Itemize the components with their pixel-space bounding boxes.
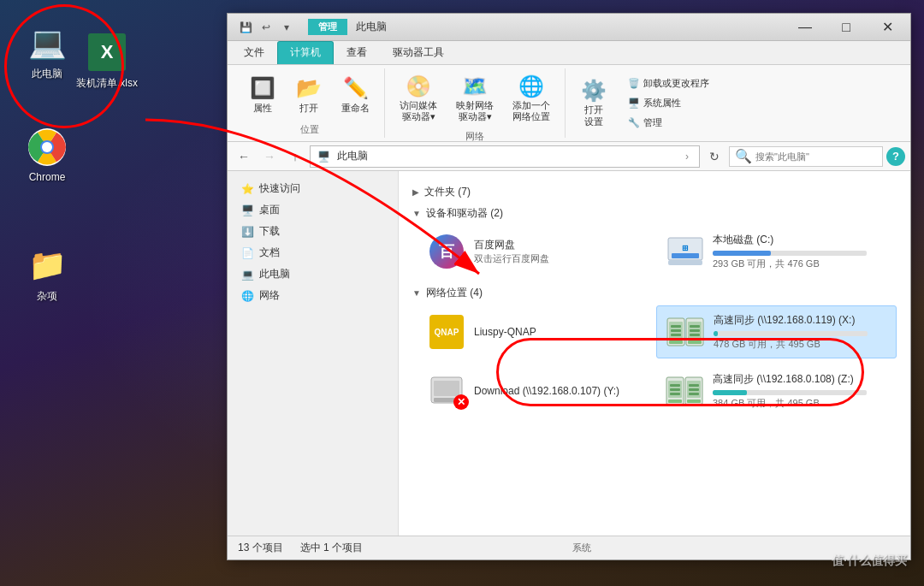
svg-rect-34: [689, 388, 699, 391]
baidu-info: 百度网盘 双击运行百度网盘: [467, 238, 549, 265]
z-drive-info: 高速同步 (\\192.168.0.108) (Z:) 384 GB 可用，共 …: [706, 372, 888, 410]
quick-access-back[interactable]: 💾: [236, 18, 255, 37]
section-files[interactable]: ▶ 文件夹 (7): [412, 185, 897, 199]
files-section-label: 文件夹 (7): [424, 185, 471, 199]
svg-rect-26: [668, 400, 682, 403]
help-button[interactable]: ?: [886, 147, 905, 166]
excel-icon: X: [86, 32, 127, 73]
svg-rect-13: [671, 329, 681, 332]
ribbon-btn-sysinfo[interactable]: 🖥️ 系统属性: [622, 94, 715, 112]
section-devices[interactable]: ▼ 设备和驱动器 (2): [412, 206, 897, 221]
docs-icon: 📄: [241, 247, 254, 259]
ribbon-btn-map-network[interactable]: 🗺️ 映射网络驱动器▾: [448, 70, 501, 127]
properties-icon: 🔲: [250, 76, 275, 100]
svg-rect-19: [690, 329, 700, 332]
svg-rect-27: [670, 384, 680, 387]
tab-driver-tools[interactable]: 驱动器工具: [380, 41, 457, 64]
svg-rect-17: [688, 340, 702, 344]
svg-rect-11: [669, 340, 683, 344]
network-x-icon: [666, 315, 707, 349]
uninstall-label: 卸载或更改程序: [643, 77, 709, 90]
sidebar-docs-label: 文档: [259, 246, 280, 260]
nav-up-button[interactable]: ↑: [284, 145, 306, 168]
svg-rect-28: [670, 388, 680, 391]
chrome-icon: [27, 127, 68, 168]
ribbon-btn-settings[interactable]: ⚙️ 打开设置: [572, 74, 615, 131]
download-y-info: Download (\\192.168.0.107) (Y:): [467, 385, 619, 397]
tab-view[interactable]: 查看: [334, 41, 380, 64]
gaosutongbu-z-item[interactable]: 高速同步 (\\192.168.0.108) (Z:) 384 GB 可用，共 …: [656, 365, 897, 417]
liuspy-qnap-item[interactable]: QNAP Liuspy-QNAP: [412, 305, 653, 358]
sidebar-network-label: 网络: [259, 288, 280, 303]
svg-rect-35: [689, 393, 699, 395]
status-bar: 13 个项目 选中 1 个项目: [228, 536, 910, 559]
sidebar-item-this-pc[interactable]: 💻 此电脑: [228, 263, 398, 285]
ribbon-tabs: 文件 计算机 查看 驱动器工具: [228, 41, 910, 65]
ribbon-btn-open[interactable]: 📂 打开: [287, 72, 330, 119]
map-network-label: 映射网络驱动器▾: [456, 100, 494, 122]
sidebar-item-network[interactable]: 🌐 网络: [228, 285, 398, 306]
sidebar-item-downloads[interactable]: ⬇️ 下载: [228, 221, 398, 242]
quick-access-icon: ⭐: [241, 183, 254, 195]
devices-section-label: 设备和驱动器 (2): [426, 206, 503, 221]
desktop: 💻 此电脑 X 装机清单.xlsx: [0, 0, 924, 586]
refresh-button[interactable]: ↻: [703, 145, 726, 168]
local-c-icon: ⊞: [665, 234, 706, 269]
this-pc-icon: 💻: [27, 22, 68, 63]
svg-rect-14: [671, 334, 681, 336]
explorer-window: 💾 ↩ ▾ 管理 此电脑 — □ ✕ 文件 计算机 查看 驱动器工具: [227, 13, 911, 560]
address-bar: ← → ↑ 🖥️ 此电脑 › ↻ 🔍 ?: [228, 142, 910, 171]
sidebar-item-docs[interactable]: 📄 文档: [228, 242, 398, 263]
minimize-button[interactable]: —: [785, 15, 825, 39]
ribbon-btn-properties[interactable]: 🔲 属性: [241, 72, 284, 119]
quick-access-undo[interactable]: ↩: [257, 18, 275, 37]
media-label: 访问媒体驱动器▾: [400, 100, 437, 122]
nav-forward-button[interactable]: →: [258, 145, 281, 168]
x-drive-name: 高速同步 (\\192.168.0.119) (X:): [714, 313, 887, 328]
download-y-item[interactable]: ✕ Download (\\192.168.0.107) (Y:): [412, 365, 653, 417]
ribbon-group-position: 🔲 属性 📂 打开 ✏️ 重命名 位置: [234, 68, 385, 138]
qnap-name: Liuspy-QNAP: [474, 326, 536, 338]
baidu-name: 百度网盘: [474, 238, 549, 252]
sidebar-item-desktop[interactable]: 🖥️ 桌面: [228, 199, 398, 221]
quick-access-menu[interactable]: ▾: [277, 18, 296, 37]
close-button[interactable]: ✕: [868, 15, 907, 39]
ribbon-btn-add-network[interactable]: 🌐 添加一个网络位置: [505, 70, 558, 127]
tab-computer[interactable]: 计算机: [277, 41, 334, 64]
svg-rect-33: [689, 384, 699, 387]
tab-file[interactable]: 文件: [231, 41, 277, 64]
watermark: 值·什么值得买: [832, 553, 907, 569]
ribbon-btn-media[interactable]: 📀 访问媒体驱动器▾: [392, 70, 445, 127]
sidebar-item-quick-access[interactable]: ⭐ 快速访问: [228, 178, 398, 199]
desktop-icon-chrome[interactable]: Chrome: [9, 121, 86, 188]
ribbon-btn-uninstall[interactable]: 🗑️ 卸载或更改程序: [622, 74, 715, 92]
search-input[interactable]: [755, 151, 877, 162]
local-c-name: 本地磁盘 (C:): [713, 233, 888, 247]
svg-text:⊞: ⊞: [682, 244, 689, 252]
chrome-label: Chrome: [29, 171, 66, 183]
maximize-button[interactable]: □: [826, 15, 866, 39]
manage-context-label: 管理: [308, 19, 347, 35]
files-section-arrow: ▶: [412, 187, 419, 197]
settings-label: 打开设置: [584, 104, 603, 127]
address-input[interactable]: 🖥️ 此电脑 ›: [310, 145, 700, 168]
gaosutongbu-x-item[interactable]: 高速同步 (\\192.168.0.119) (X:) 478 GB 可用，共 …: [656, 305, 897, 358]
desktop-icon-misc[interactable]: 📁 杂项: [9, 240, 86, 309]
network-z-icon: [665, 374, 706, 408]
network-section-arrow: ▼: [412, 288, 421, 298]
section-network[interactable]: ▼ 网络位置 (4): [412, 286, 897, 300]
nav-back-button[interactable]: ←: [233, 145, 255, 168]
manage-label: 管理: [643, 116, 662, 129]
excel-label: 装机清单.xlsx: [76, 76, 138, 91]
open-icon: 📂: [296, 76, 322, 100]
ribbon-btn-rename[interactable]: ✏️ 重命名: [334, 72, 377, 119]
baidu-netdisk-item[interactable]: 百 百度网盘 双击运行百度网盘: [412, 226, 653, 277]
add-network-icon: 🌐: [518, 74, 544, 98]
ribbon-btn-manage[interactable]: 🔧 管理: [622, 114, 715, 132]
z-drive-bar-container: [713, 390, 867, 395]
search-box[interactable]: 🔍: [729, 146, 883, 167]
local-c-drive-item[interactable]: ⊞ 本地磁盘 (C:) 293 GB 可用，共 476 GB: [656, 226, 897, 277]
rename-label: 重命名: [341, 102, 370, 115]
desktop-icon-excel[interactable]: X 装机清单.xlsx: [68, 27, 145, 96]
devices-grid: 百 百度网盘 双击运行百度网盘: [412, 224, 897, 279]
